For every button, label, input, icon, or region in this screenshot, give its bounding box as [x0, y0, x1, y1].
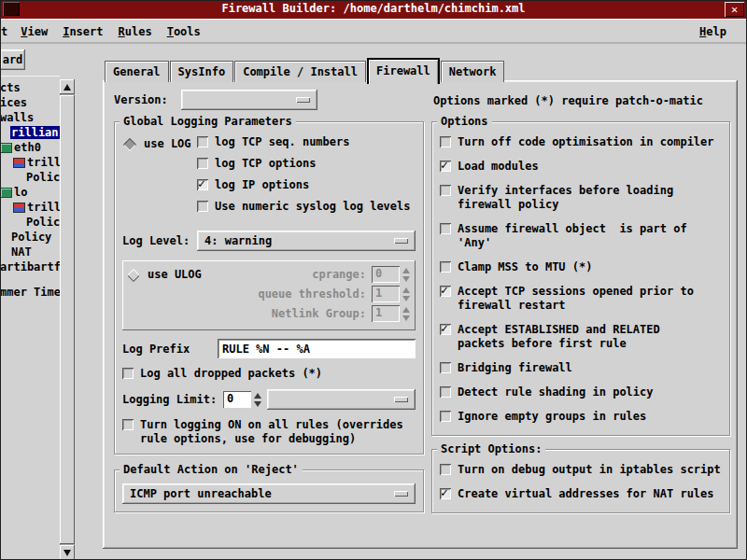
spin-down-icon[interactable] — [402, 276, 410, 282]
tab-firewall[interactable]: Firewall — [367, 58, 440, 84]
log-prefix-input[interactable] — [218, 339, 416, 358]
clamp-mss-checkbox[interactable]: Clamp MSS to MTU (*) — [440, 260, 722, 274]
library-selector[interactable]: ard — [0, 49, 25, 70]
accept-established-checkbox[interactable]: Accept ESTABLISHED and RELATED packets b… — [440, 323, 722, 351]
checkbox-icon — [440, 261, 451, 273]
close-icon[interactable]: ✕ — [725, 2, 744, 17]
turn-logging-on-checkbox[interactable]: Turn logging ON on all rules (overrides … — [122, 418, 416, 446]
left-column: Version: Global Logging Parameters use L… — [114, 90, 424, 512]
turn-off-optimisation-checkbox[interactable]: Turn off code optimisation in compiler — [440, 135, 722, 149]
checkbox-icon — [440, 386, 451, 398]
window-title: Firewall Builder: /home/darthelm/chimchi… — [0, 2, 747, 15]
spin-down-icon[interactable] — [402, 315, 410, 321]
tab-compile-install[interactable]: Compile / Install — [234, 61, 366, 82]
menu-item-insert[interactable]: Insert — [55, 25, 110, 38]
load-modules-checkbox[interactable]: Load modules — [440, 160, 722, 174]
group-title: Script Options: — [437, 442, 545, 455]
version-dropdown[interactable] — [181, 90, 317, 110]
tree-item[interactable]: artibartf — [0, 259, 60, 274]
tree-item[interactable]: mmer Time — [0, 285, 60, 300]
network-icon — [13, 158, 25, 168]
menu-item-edit-fragment[interactable]: t — [0, 25, 13, 38]
logging-limit-label: Logging Limit: — [122, 393, 223, 406]
scroll-down-icon — [63, 550, 71, 556]
log-ip-options-checkbox[interactable]: log IP options — [197, 178, 416, 192]
checkbox-icon — [122, 419, 134, 430]
verify-interfaces-checkbox[interactable]: Verify interfaces before loading firewal… — [440, 184, 722, 212]
scroll-up-button[interactable] — [60, 79, 75, 94]
cprange-spinner[interactable]: cprange: 0 — [180, 266, 410, 283]
spin-up-icon[interactable] — [402, 307, 410, 313]
tree-item-interface[interactable]: lo — [0, 185, 60, 200]
assume-part-of-any-checkbox[interactable]: Assume firewall object is part of 'Any' — [440, 222, 722, 250]
options-group: Options Turn off code optimisation in co… — [431, 121, 730, 436]
interface-icon — [0, 188, 12, 198]
tab-sysinfo[interactable]: SysInfo — [170, 61, 234, 82]
logging-limit-dropdown[interactable] — [267, 389, 416, 410]
tree-item[interactable]: Policy — [0, 170, 60, 185]
tab-general[interactable]: General — [105, 61, 169, 82]
menu-item-view[interactable]: View — [13, 25, 55, 38]
scroll-up-icon — [63, 84, 71, 91]
patch-o-matic-note: Options marked (*) require patch-o-matic — [433, 94, 730, 107]
checkbox-icon — [122, 368, 134, 379]
bridging-firewall-checkbox[interactable]: Bridging firewall — [440, 361, 722, 375]
tree-item[interactable]: Policy — [0, 230, 60, 245]
log-tcp-seq-checkbox[interactable]: log TCP seq. numbers — [197, 135, 416, 149]
debug-output-checkbox[interactable]: Turn on debug output in iptables script — [440, 463, 722, 477]
menu-item-help[interactable]: Help — [692, 25, 734, 38]
queue-threshold-spinner[interactable]: queue threshold: 1 — [180, 286, 410, 302]
tree-item[interactable]: NAT — [0, 245, 60, 259]
log-prefix-label: Log Prefix — [122, 343, 218, 356]
tree-item-interface[interactable]: eth0 — [0, 140, 60, 155]
tree-item-address[interactable]: trill: — [0, 200, 60, 215]
detect-rule-shading-checkbox[interactable]: Detect rule shading in policy — [440, 385, 722, 399]
numeric-syslog-checkbox[interactable]: Use numeric syslog log levels — [197, 200, 416, 214]
checkbox-icon — [440, 488, 451, 499]
checkbox-icon — [440, 411, 451, 422]
accept-tcp-sessions-checkbox[interactable]: Accept TCP sessions opened prior to fire… — [440, 285, 722, 313]
virtual-addresses-nat-checkbox[interactable]: Create virtual addresses for NAT rules — [440, 487, 722, 501]
tree-scrollbar[interactable] — [60, 79, 75, 560]
scrollbar-thumb[interactable] — [60, 95, 75, 544]
logging-limit-spinner[interactable]: 0 — [223, 391, 261, 408]
dropdown-indicator-icon — [394, 238, 408, 244]
tree-item[interactable]: ices — [0, 95, 60, 110]
checkbox-icon — [440, 185, 451, 196]
menu-item-rules[interactable]: Rules — [111, 25, 160, 38]
ignore-empty-groups-checkbox[interactable]: Ignore empty groups in rules — [440, 410, 722, 424]
ulog-frame: use ULOG cprange: 0 queue threshold: 1 — [122, 260, 416, 330]
group-title: Options — [437, 115, 492, 128]
tree-item[interactable]: cts — [0, 80, 60, 95]
spin-down-icon[interactable] — [254, 401, 261, 407]
dropdown-indicator-icon — [296, 97, 310, 103]
spin-up-icon[interactable] — [402, 287, 410, 293]
network-icon — [13, 203, 25, 213]
tree-item-firewall-selected[interactable]: rillian — [0, 125, 60, 140]
checkbox-icon — [440, 286, 451, 297]
checkbox-icon — [440, 464, 451, 475]
spin-up-icon[interactable] — [254, 393, 261, 399]
log-level-label: Log Level: — [122, 234, 197, 247]
tab-network[interactable]: Network — [441, 61, 505, 82]
scroll-down-button[interactable] — [60, 545, 75, 560]
tree-item[interactable]: Policy — [0, 215, 60, 230]
spin-down-icon[interactable] — [402, 296, 410, 301]
tree-item-address[interactable]: trill: — [0, 155, 60, 170]
default-action-group: Default Action on 'Reject' ICMP port unr… — [114, 469, 424, 512]
default-action-dropdown[interactable]: ICMP port unreachable — [122, 483, 416, 504]
firewall-settings-panel: Version: Global Logging Parameters use L… — [103, 80, 738, 549]
tree-item[interactable]: walls — [0, 110, 60, 125]
log-level-dropdown[interactable]: 4: warning — [197, 231, 416, 251]
use-log-radio[interactable]: use LOG — [122, 137, 191, 151]
dropdown-indicator-icon — [394, 397, 408, 402]
log-tcp-options-checkbox[interactable]: log TCP options — [197, 157, 416, 171]
spin-up-icon[interactable] — [402, 268, 410, 273]
checkbox-icon — [440, 161, 451, 172]
log-all-dropped-checkbox[interactable]: Log all dropped packets (*) — [122, 367, 416, 381]
netlink-group-spinner[interactable]: Netlink Group: 1 — [180, 305, 410, 322]
titlebar: Firewall Builder: /home/darthelm/chimchi… — [0, 0, 747, 19]
use-ulog-radio[interactable]: use ULOG — [126, 268, 202, 282]
menu-item-tools[interactable]: Tools — [160, 25, 208, 38]
checkbox-icon — [197, 201, 208, 212]
